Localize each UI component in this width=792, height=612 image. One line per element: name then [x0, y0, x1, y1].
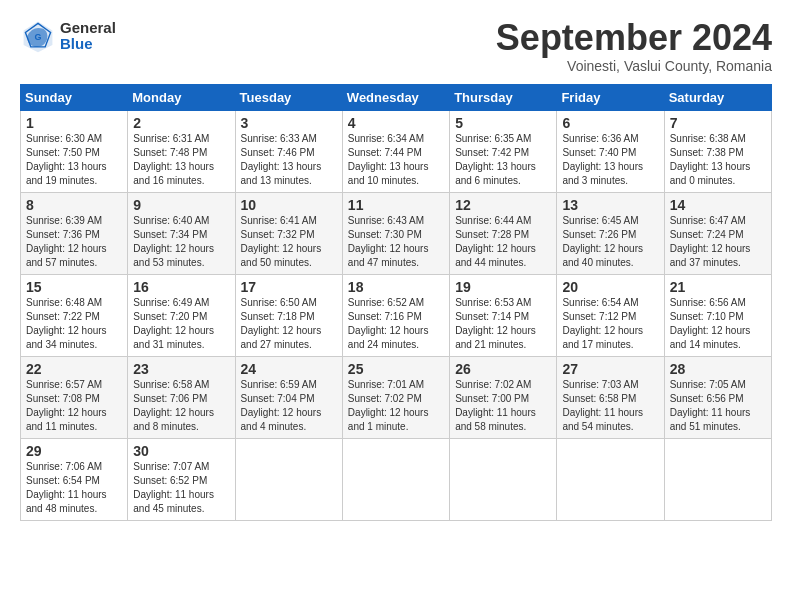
table-row [557, 438, 664, 520]
header-friday: Friday [557, 84, 664, 110]
table-row: 5Sunrise: 6:35 AM Sunset: 7:42 PM Daylig… [450, 110, 557, 192]
day-info: Sunrise: 7:06 AM Sunset: 6:54 PM Dayligh… [26, 460, 122, 516]
table-row: 12Sunrise: 6:44 AM Sunset: 7:28 PM Dayli… [450, 192, 557, 274]
table-row: 19Sunrise: 6:53 AM Sunset: 7:14 PM Dayli… [450, 274, 557, 356]
day-info: Sunrise: 6:50 AM Sunset: 7:18 PM Dayligh… [241, 296, 337, 352]
table-row: 21Sunrise: 6:56 AM Sunset: 7:10 PM Dayli… [664, 274, 771, 356]
day-number: 23 [133, 361, 229, 377]
day-number: 9 [133, 197, 229, 213]
day-number: 18 [348, 279, 444, 295]
day-info: Sunrise: 6:52 AM Sunset: 7:16 PM Dayligh… [348, 296, 444, 352]
calendar-week-row: 29Sunrise: 7:06 AM Sunset: 6:54 PM Dayli… [21, 438, 772, 520]
day-info: Sunrise: 7:02 AM Sunset: 7:00 PM Dayligh… [455, 378, 551, 434]
day-number: 20 [562, 279, 658, 295]
header-saturday: Saturday [664, 84, 771, 110]
day-number: 14 [670, 197, 766, 213]
table-row: 10Sunrise: 6:41 AM Sunset: 7:32 PM Dayli… [235, 192, 342, 274]
day-number: 10 [241, 197, 337, 213]
logo-general-text: General [60, 20, 116, 37]
table-row [342, 438, 449, 520]
day-info: Sunrise: 6:59 AM Sunset: 7:04 PM Dayligh… [241, 378, 337, 434]
day-number: 13 [562, 197, 658, 213]
day-info: Sunrise: 6:33 AM Sunset: 7:46 PM Dayligh… [241, 132, 337, 188]
table-row: 23Sunrise: 6:58 AM Sunset: 7:06 PM Dayli… [128, 356, 235, 438]
month-title: September 2024 [496, 18, 772, 58]
table-row: 26Sunrise: 7:02 AM Sunset: 7:00 PM Dayli… [450, 356, 557, 438]
day-number: 29 [26, 443, 122, 459]
table-row: 8Sunrise: 6:39 AM Sunset: 7:36 PM Daylig… [21, 192, 128, 274]
day-info: Sunrise: 6:40 AM Sunset: 7:34 PM Dayligh… [133, 214, 229, 270]
day-number: 11 [348, 197, 444, 213]
table-row: 29Sunrise: 7:06 AM Sunset: 6:54 PM Dayli… [21, 438, 128, 520]
day-info: Sunrise: 7:01 AM Sunset: 7:02 PM Dayligh… [348, 378, 444, 434]
day-info: Sunrise: 6:30 AM Sunset: 7:50 PM Dayligh… [26, 132, 122, 188]
day-info: Sunrise: 7:05 AM Sunset: 6:56 PM Dayligh… [670, 378, 766, 434]
table-row: 4Sunrise: 6:34 AM Sunset: 7:44 PM Daylig… [342, 110, 449, 192]
day-number: 27 [562, 361, 658, 377]
day-info: Sunrise: 7:03 AM Sunset: 6:58 PM Dayligh… [562, 378, 658, 434]
calendar-table: Sunday Monday Tuesday Wednesday Thursday… [20, 84, 772, 521]
day-number: 4 [348, 115, 444, 131]
day-info: Sunrise: 6:39 AM Sunset: 7:36 PM Dayligh… [26, 214, 122, 270]
svg-text:G: G [34, 32, 41, 42]
header-tuesday: Tuesday [235, 84, 342, 110]
table-row: 27Sunrise: 7:03 AM Sunset: 6:58 PM Dayli… [557, 356, 664, 438]
header: G General Blue September 2024 Voinesti, … [20, 18, 772, 74]
calendar-week-row: 8Sunrise: 6:39 AM Sunset: 7:36 PM Daylig… [21, 192, 772, 274]
day-number: 25 [348, 361, 444, 377]
day-info: Sunrise: 6:38 AM Sunset: 7:38 PM Dayligh… [670, 132, 766, 188]
day-info: Sunrise: 7:07 AM Sunset: 6:52 PM Dayligh… [133, 460, 229, 516]
day-info: Sunrise: 6:49 AM Sunset: 7:20 PM Dayligh… [133, 296, 229, 352]
day-number: 21 [670, 279, 766, 295]
day-info: Sunrise: 6:47 AM Sunset: 7:24 PM Dayligh… [670, 214, 766, 270]
page: G General Blue September 2024 Voinesti, … [0, 0, 792, 612]
table-row: 18Sunrise: 6:52 AM Sunset: 7:16 PM Dayli… [342, 274, 449, 356]
logo-blue-text: Blue [60, 36, 116, 53]
header-monday: Monday [128, 84, 235, 110]
table-row: 20Sunrise: 6:54 AM Sunset: 7:12 PM Dayli… [557, 274, 664, 356]
day-number: 22 [26, 361, 122, 377]
day-number: 3 [241, 115, 337, 131]
table-row: 15Sunrise: 6:48 AM Sunset: 7:22 PM Dayli… [21, 274, 128, 356]
day-number: 1 [26, 115, 122, 131]
table-row: 30Sunrise: 7:07 AM Sunset: 6:52 PM Dayli… [128, 438, 235, 520]
header-sunday: Sunday [21, 84, 128, 110]
day-number: 15 [26, 279, 122, 295]
day-info: Sunrise: 6:53 AM Sunset: 7:14 PM Dayligh… [455, 296, 551, 352]
day-number: 26 [455, 361, 551, 377]
table-row [235, 438, 342, 520]
day-info: Sunrise: 6:45 AM Sunset: 7:26 PM Dayligh… [562, 214, 658, 270]
day-info: Sunrise: 6:58 AM Sunset: 7:06 PM Dayligh… [133, 378, 229, 434]
logo: G General Blue [20, 18, 116, 54]
table-row: 3Sunrise: 6:33 AM Sunset: 7:46 PM Daylig… [235, 110, 342, 192]
table-row: 16Sunrise: 6:49 AM Sunset: 7:20 PM Dayli… [128, 274, 235, 356]
day-info: Sunrise: 6:31 AM Sunset: 7:48 PM Dayligh… [133, 132, 229, 188]
table-row: 9Sunrise: 6:40 AM Sunset: 7:34 PM Daylig… [128, 192, 235, 274]
table-row [664, 438, 771, 520]
day-info: Sunrise: 6:56 AM Sunset: 7:10 PM Dayligh… [670, 296, 766, 352]
table-row: 14Sunrise: 6:47 AM Sunset: 7:24 PM Dayli… [664, 192, 771, 274]
day-info: Sunrise: 6:44 AM Sunset: 7:28 PM Dayligh… [455, 214, 551, 270]
day-number: 7 [670, 115, 766, 131]
header-wednesday: Wednesday [342, 84, 449, 110]
day-number: 30 [133, 443, 229, 459]
day-info: Sunrise: 6:54 AM Sunset: 7:12 PM Dayligh… [562, 296, 658, 352]
day-info: Sunrise: 6:41 AM Sunset: 7:32 PM Dayligh… [241, 214, 337, 270]
day-number: 2 [133, 115, 229, 131]
table-row: 24Sunrise: 6:59 AM Sunset: 7:04 PM Dayli… [235, 356, 342, 438]
header-thursday: Thursday [450, 84, 557, 110]
day-number: 6 [562, 115, 658, 131]
day-info: Sunrise: 6:34 AM Sunset: 7:44 PM Dayligh… [348, 132, 444, 188]
table-row: 22Sunrise: 6:57 AM Sunset: 7:08 PM Dayli… [21, 356, 128, 438]
day-number: 16 [133, 279, 229, 295]
table-row: 2Sunrise: 6:31 AM Sunset: 7:48 PM Daylig… [128, 110, 235, 192]
day-number: 28 [670, 361, 766, 377]
title-block: September 2024 Voinesti, Vaslui County, … [496, 18, 772, 74]
logo-text: General Blue [60, 20, 116, 53]
day-info: Sunrise: 6:48 AM Sunset: 7:22 PM Dayligh… [26, 296, 122, 352]
calendar-week-row: 1Sunrise: 6:30 AM Sunset: 7:50 PM Daylig… [21, 110, 772, 192]
table-row: 1Sunrise: 6:30 AM Sunset: 7:50 PM Daylig… [21, 110, 128, 192]
calendar-week-row: 15Sunrise: 6:48 AM Sunset: 7:22 PM Dayli… [21, 274, 772, 356]
table-row: 6Sunrise: 6:36 AM Sunset: 7:40 PM Daylig… [557, 110, 664, 192]
day-info: Sunrise: 6:57 AM Sunset: 7:08 PM Dayligh… [26, 378, 122, 434]
